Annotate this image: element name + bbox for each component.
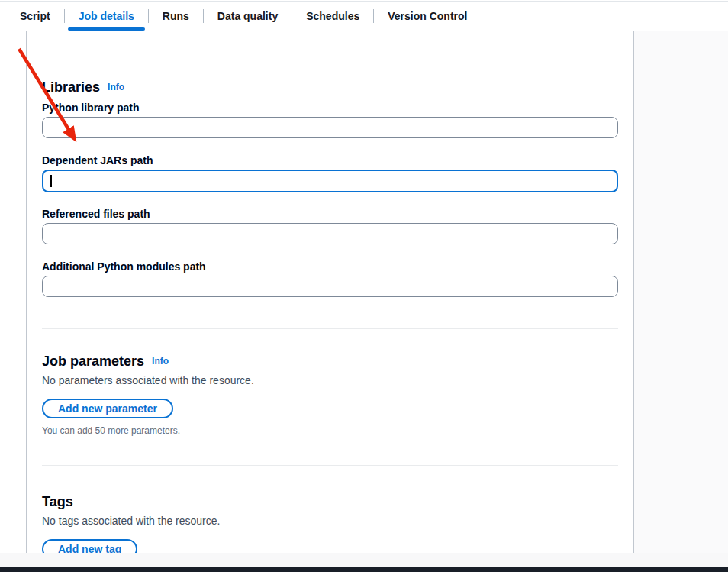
additional-python-modules-path-input[interactable]: [42, 276, 618, 297]
job-parameters-info-link[interactable]: Info: [152, 356, 169, 367]
bottom-strip: [0, 553, 728, 567]
job-parameters-empty-text: No parameters associated with the resour…: [42, 373, 618, 388]
tags-empty-text: No tags associated with the resource.: [42, 513, 618, 528]
additional-python-modules-path-input-wrap: [42, 276, 618, 297]
text-cursor: [50, 175, 52, 187]
footer-bar: [0, 567, 728, 572]
referenced-files-path-input[interactable]: [42, 223, 618, 244]
tab-job-details[interactable]: Job details: [65, 2, 148, 31]
tab-script[interactable]: Script: [6, 2, 64, 31]
tab-runs[interactable]: Runs: [149, 2, 203, 31]
job-parameters-section: Job parametersInfo No parameters associa…: [42, 353, 618, 437]
libraries-info-link[interactable]: Info: [108, 82, 124, 92]
right-gutter: [634, 31, 728, 553]
python-library-path-input[interactable]: [42, 117, 618, 138]
dependent-jars-path-input-wrap: [42, 170, 618, 192]
section-divider: [42, 465, 618, 466]
libraries-heading: LibrariesInfo: [42, 79, 618, 95]
python-library-path-label: Python library path: [42, 100, 618, 115]
section-divider: [42, 328, 618, 329]
add-new-parameter-button[interactable]: Add new parameter: [42, 399, 173, 418]
section-divider: [42, 50, 618, 50]
parameters-limit-hint: You can add 50 more parameters.: [42, 425, 618, 437]
tab-data-quality[interactable]: Data quality: [204, 2, 292, 31]
tags-section: Tags No tags associated with the resourc…: [42, 493, 618, 553]
tab-version-control[interactable]: Version Control: [374, 2, 481, 31]
libraries-section: LibrariesInfo Python library path Depend…: [42, 79, 618, 297]
referenced-files-path-label: Referenced files path: [42, 206, 618, 221]
referenced-files-path-input-wrap: [42, 223, 618, 244]
tab-bar: Script Job details Runs Data quality Sch…: [0, 2, 728, 31]
tab-schedules[interactable]: Schedules: [292, 2, 373, 31]
main-area: LibrariesInfo Python library path Depend…: [0, 31, 728, 553]
additional-python-modules-path-label: Additional Python modules path: [42, 259, 618, 274]
python-library-path-input-wrap: [42, 117, 618, 138]
job-details-panel: LibrariesInfo Python library path Depend…: [26, 31, 634, 553]
tags-heading: Tags: [42, 493, 618, 510]
add-new-tag-button[interactable]: Add new tag: [42, 539, 137, 553]
job-parameters-heading: Job parametersInfo: [42, 353, 618, 370]
dependent-jars-path-label: Dependent JARs path: [42, 153, 618, 168]
dependent-jars-path-input[interactable]: [42, 170, 618, 192]
